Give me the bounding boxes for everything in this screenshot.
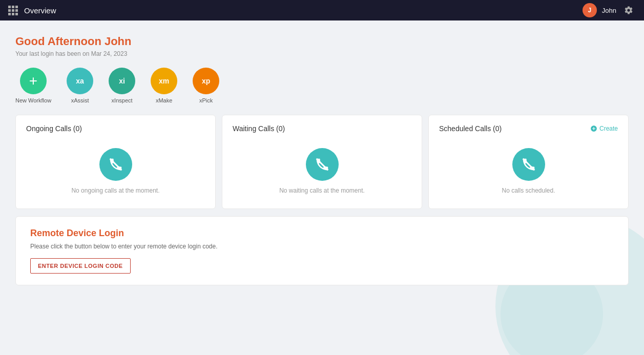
user-avatar[interactable]: J bbox=[583, 3, 597, 17]
scheduled-calls-card: Scheduled Calls (0) Create No calls sche… bbox=[428, 115, 629, 209]
scheduled-calls-empty-text: No calls scheduled. bbox=[502, 187, 555, 194]
waiting-calls-title: Waiting Calls (0) bbox=[233, 124, 285, 133]
remote-device-description: Please click the button below to enter y… bbox=[30, 243, 614, 250]
scheduled-calls-title: Scheduled Calls (0) bbox=[439, 124, 502, 133]
scheduled-calls-icon bbox=[512, 148, 545, 181]
cards-row: Ongoing Calls (0) No ongoing calls at th… bbox=[15, 115, 629, 209]
waiting-calls-icon bbox=[306, 148, 339, 181]
remote-device-card: Remote Device Login Please click the but… bbox=[15, 216, 629, 285]
workflow-label-xinspect: xInspect bbox=[112, 97, 133, 103]
workflow-label-xmake: xMake bbox=[156, 97, 172, 103]
xinspect-icon[interactable]: xi bbox=[109, 68, 135, 94]
xmake-icon[interactable]: xm bbox=[151, 68, 177, 94]
greeting-section: Good Afternoon John Your last login has … bbox=[15, 35, 629, 57]
workflow-label-xpick: xPick bbox=[199, 97, 213, 103]
nav-left: Overview bbox=[8, 6, 56, 15]
workflow-label-xassist: xAssist bbox=[71, 97, 89, 103]
enter-device-login-button[interactable]: ENTER DEVICE LOGIN CODE bbox=[30, 258, 131, 274]
xassist-icon[interactable]: xa bbox=[67, 68, 93, 94]
xpick-icon[interactable]: xp bbox=[193, 68, 219, 94]
scheduled-calls-header: Scheduled Calls (0) Create bbox=[439, 124, 618, 133]
workflow-row: + New Workflow xa xAssist xi xInspect xm… bbox=[15, 68, 629, 103]
workflow-label-new: New Workflow bbox=[15, 97, 51, 103]
nav-right: J John bbox=[583, 3, 636, 17]
main-content: Good Afternoon John Your last login has … bbox=[0, 20, 644, 355]
create-link[interactable]: Create bbox=[590, 125, 618, 132]
workflow-item-xpick[interactable]: xp xPick bbox=[193, 68, 219, 103]
user-name: John bbox=[602, 7, 616, 14]
settings-icon[interactable] bbox=[621, 3, 636, 17]
create-link-label: Create bbox=[599, 125, 618, 132]
ongoing-calls-header: Ongoing Calls (0) bbox=[26, 124, 205, 133]
last-login-text: Your last login has been on Mar 24, 2023 bbox=[15, 50, 629, 57]
grid-menu-icon[interactable] bbox=[8, 6, 18, 15]
top-navigation: Overview J John bbox=[0, 0, 644, 20]
workflow-item-xinspect[interactable]: xi xInspect bbox=[109, 68, 135, 103]
workflow-item-xmake[interactable]: xm xMake bbox=[151, 68, 177, 103]
workflow-item-new[interactable]: + New Workflow bbox=[15, 68, 51, 103]
remote-device-title: Remote Device Login bbox=[30, 228, 614, 239]
nav-title: Overview bbox=[24, 6, 56, 15]
workflow-item-xassist[interactable]: xa xAssist bbox=[67, 68, 93, 103]
ongoing-calls-icon bbox=[99, 148, 132, 181]
ongoing-calls-card: Ongoing Calls (0) No ongoing calls at th… bbox=[15, 115, 216, 209]
ongoing-calls-empty: No ongoing calls at the moment. bbox=[26, 143, 205, 199]
ongoing-calls-empty-text: No ongoing calls at the moment. bbox=[71, 187, 159, 194]
waiting-calls-empty-text: No waiting calls at the moment. bbox=[279, 187, 365, 194]
new-workflow-icon[interactable]: + bbox=[20, 68, 47, 94]
waiting-calls-card: Waiting Calls (0) No waiting calls at th… bbox=[222, 115, 422, 209]
scheduled-calls-empty: No calls scheduled. bbox=[439, 143, 618, 199]
waiting-calls-empty: No waiting calls at the moment. bbox=[233, 143, 411, 199]
ongoing-calls-title: Ongoing Calls (0) bbox=[26, 124, 82, 133]
waiting-calls-header: Waiting Calls (0) bbox=[233, 124, 411, 133]
greeting-title: Good Afternoon John bbox=[15, 35, 629, 48]
